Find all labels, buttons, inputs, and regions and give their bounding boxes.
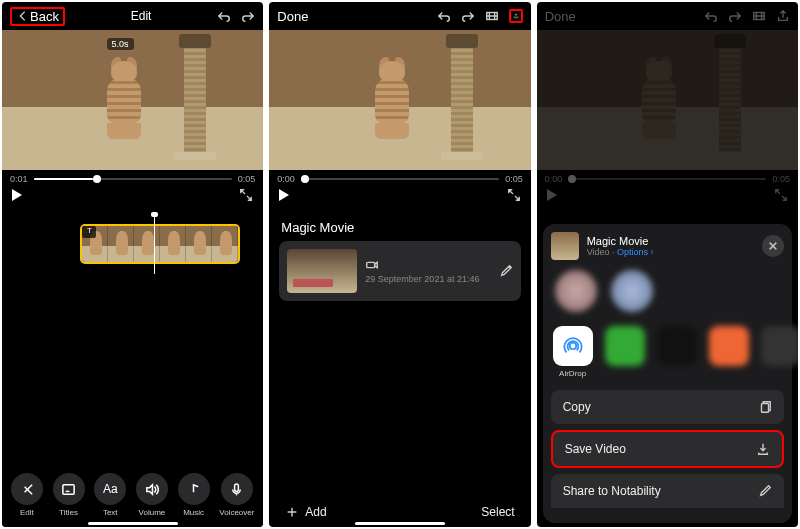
title-marker[interactable]: T xyxy=(82,226,96,238)
share-sheet: Magic Movie Video · Options › AirDrop xyxy=(543,224,792,523)
redo-icon[interactable] xyxy=(241,9,255,23)
tool-edit[interactable]: Edit xyxy=(11,473,43,517)
expand-icon[interactable] xyxy=(239,188,253,202)
tool-voiceover[interactable]: Voiceover xyxy=(219,473,254,517)
redo-icon xyxy=(728,9,742,23)
storyboard-icon[interactable] xyxy=(485,9,499,23)
playback-controls xyxy=(537,184,798,210)
section-title: Magic Movie xyxy=(269,210,530,241)
video-preview[interactable]: 5.0s xyxy=(2,30,263,170)
scrubber[interactable]: 0:01 0:05 xyxy=(2,170,263,184)
bottom-toolbar: Edit Titles AaText Volume Music Voiceove… xyxy=(2,473,263,517)
select-button[interactable]: Select xyxy=(481,505,514,519)
tool-titles[interactable]: Titles xyxy=(53,473,85,517)
expand-icon xyxy=(774,188,788,202)
screen-edit: Back Edit 5.0s 0:01 0:05 T Edit xyxy=(2,2,263,527)
screen-share: Done 0:00 0:05 Magic Movie Video · Optio… xyxy=(537,2,798,527)
topbar: Done xyxy=(269,2,530,30)
play-button xyxy=(547,189,557,201)
play-button[interactable] xyxy=(12,189,22,201)
scratch-post xyxy=(451,44,473,154)
app-blurred[interactable] xyxy=(605,326,645,366)
action-copy[interactable]: Copy xyxy=(551,390,784,424)
contacts-row[interactable] xyxy=(551,260,784,322)
undo-icon[interactable] xyxy=(437,9,451,23)
undo-icon[interactable] xyxy=(217,9,231,23)
undo-icon xyxy=(704,9,718,23)
back-label: Back xyxy=(30,9,59,24)
storyboard-icon xyxy=(752,9,766,23)
video-preview[interactable] xyxy=(269,30,530,170)
pencil-icon[interactable] xyxy=(499,264,513,278)
pencil-icon xyxy=(758,484,772,498)
video-preview xyxy=(537,30,798,170)
action-share-notability[interactable]: Share to Notability xyxy=(551,474,784,508)
sheet-thumb xyxy=(551,232,579,260)
time-start: 0:00 xyxy=(277,174,295,184)
time-start: 0:00 xyxy=(545,174,563,184)
cat-figure xyxy=(101,61,153,139)
done-button[interactable]: Done xyxy=(277,9,308,24)
home-indicator[interactable] xyxy=(88,522,178,525)
redo-icon[interactable] xyxy=(461,9,475,23)
playback-controls xyxy=(2,184,263,210)
scrubber: 0:00 0:05 xyxy=(537,170,798,184)
action-list: Copy Save Video Share to Notability xyxy=(551,390,784,508)
play-button[interactable] xyxy=(279,189,289,201)
time-end: 0:05 xyxy=(238,174,256,184)
svg-rect-6 xyxy=(761,404,768,413)
download-icon xyxy=(756,442,770,456)
done-button: Done xyxy=(545,9,576,24)
svg-rect-0 xyxy=(63,484,74,493)
airdrop-icon xyxy=(553,326,593,366)
expand-icon[interactable] xyxy=(507,188,521,202)
contact-avatar[interactable] xyxy=(555,270,597,312)
plus-icon xyxy=(285,505,299,519)
svg-point-5 xyxy=(569,343,576,350)
page-title: Edit xyxy=(131,9,152,23)
contact-avatar[interactable] xyxy=(611,270,653,312)
copy-icon xyxy=(758,400,772,414)
sheet-title: Magic Movie xyxy=(587,235,754,247)
bottom-bar: Add Select xyxy=(269,505,530,519)
share-icon[interactable] xyxy=(509,9,523,23)
app-blurred[interactable] xyxy=(709,326,749,366)
share-icon xyxy=(776,9,790,23)
camera-icon xyxy=(365,258,379,272)
action-save-video[interactable]: Save Video xyxy=(551,430,784,468)
time-end: 0:05 xyxy=(505,174,523,184)
project-card[interactable]: 29 September 2021 at 21:46 xyxy=(279,241,520,301)
sheet-type: Video xyxy=(587,247,610,257)
playback-controls xyxy=(269,184,530,210)
svg-rect-1 xyxy=(235,483,239,491)
app-airdrop[interactable]: AirDrop xyxy=(553,326,593,378)
home-indicator[interactable] xyxy=(355,522,445,525)
svg-rect-3 xyxy=(367,262,375,267)
screen-project: Done 0:00 0:05 Magic Movie 29 September … xyxy=(269,2,530,527)
cat-figure xyxy=(369,61,421,139)
duration-badge: 5.0s xyxy=(107,38,134,50)
apps-row: AirDrop xyxy=(551,322,784,388)
scrubber[interactable]: 0:00 0:05 xyxy=(269,170,530,184)
time-start: 0:01 xyxy=(10,174,28,184)
time-end: 0:05 xyxy=(772,174,790,184)
topbar: Back Edit xyxy=(2,2,263,30)
chevron-left-icon xyxy=(16,9,30,23)
scratch-post xyxy=(184,44,206,154)
close-button[interactable] xyxy=(762,235,784,257)
app-blurred[interactable] xyxy=(657,326,697,366)
tool-text[interactable]: AaText xyxy=(94,473,126,517)
playhead[interactable] xyxy=(154,214,155,274)
tool-music[interactable]: Music xyxy=(178,473,210,517)
tool-volume[interactable]: Volume xyxy=(136,473,168,517)
add-button[interactable]: Add xyxy=(285,505,326,519)
video-clip[interactable] xyxy=(80,224,240,264)
back-button[interactable]: Back xyxy=(10,7,65,26)
project-date: 29 September 2021 at 21:46 xyxy=(365,274,490,284)
app-blurred[interactable] xyxy=(761,326,798,366)
sheet-options-link[interactable]: Options › xyxy=(617,247,654,257)
share-sheet-header: Magic Movie Video · Options › xyxy=(551,232,784,260)
project-thumb xyxy=(287,249,357,293)
timeline[interactable]: T Edit Titles AaText Volume Music Voiceo… xyxy=(2,210,263,527)
topbar: Done xyxy=(537,2,798,30)
